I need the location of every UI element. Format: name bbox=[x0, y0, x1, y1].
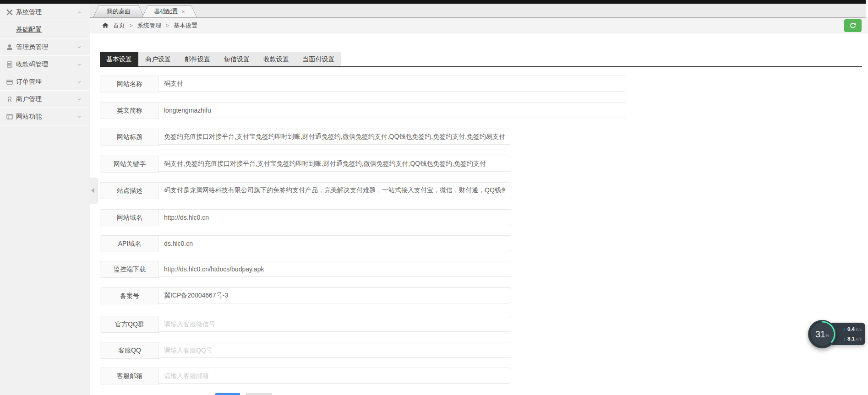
breadcrumb: 首页 > 系统管理 > 基本设置 bbox=[102, 22, 197, 30]
chevron-down-icon bbox=[76, 62, 82, 67]
website-icon bbox=[6, 113, 13, 120]
download-arrow-icon: ↓ bbox=[843, 336, 846, 341]
window-tab-bar: 我的桌面 基础配置 × bbox=[90, 4, 866, 18]
tab-basic-settings[interactable]: 基本设置 bbox=[100, 52, 138, 66]
chevron-down-icon bbox=[76, 97, 82, 102]
chevron-down-icon bbox=[76, 114, 82, 119]
english-name-input[interactable] bbox=[158, 102, 625, 118]
sidebar-item-label: 网站功能 bbox=[16, 113, 42, 121]
sidebar-item-website-functions[interactable]: 网站功能 bbox=[0, 108, 90, 125]
tab-label: 基本设置 bbox=[106, 55, 132, 63]
tab-label: 当面付设置 bbox=[303, 55, 335, 63]
field-label: 网站域名 bbox=[100, 209, 159, 226]
site-domain-input[interactable] bbox=[158, 209, 511, 225]
site-name-input[interactable] bbox=[158, 76, 625, 92]
tab-label: 短信设置 bbox=[224, 55, 250, 63]
field-label: 英文简称 bbox=[100, 102, 159, 119]
download-speed-value: 8.1 bbox=[847, 336, 855, 341]
merchant-icon bbox=[6, 96, 13, 103]
service-email-input[interactable] bbox=[158, 368, 511, 384]
gauge-percent-value: 31 bbox=[815, 329, 825, 340]
close-icon[interactable]: × bbox=[181, 9, 185, 15]
api-domain-input[interactable] bbox=[158, 235, 511, 251]
refresh-button[interactable] bbox=[844, 19, 862, 32]
sidebar-item-label: 收款码管理 bbox=[16, 60, 48, 69]
icp-number-input[interactable] bbox=[158, 287, 511, 303]
settings-tab-strip: 基本设置 商户设置 邮件设置 短信设置 收款设置 当面付设置 bbox=[100, 52, 862, 67]
sidebar-item-admin-management[interactable]: 管理员管理 bbox=[0, 38, 90, 56]
field-label: 官方QQ群 bbox=[100, 316, 159, 333]
collapse-left-arrow-icon bbox=[91, 188, 94, 193]
upload-arrow-icon: ↑ bbox=[843, 327, 846, 332]
reset-button-partial[interactable] bbox=[246, 393, 272, 395]
sidebar-collapse-handle[interactable] bbox=[89, 178, 98, 204]
breadcrumb-separator: > bbox=[130, 22, 133, 29]
upload-speed-value: 0.4 bbox=[847, 326, 855, 332]
field-label: API域名 bbox=[100, 235, 159, 252]
home-icon bbox=[102, 22, 109, 28]
tab-email-settings[interactable]: 邮件设置 bbox=[178, 52, 217, 66]
field-label: 网站标题 bbox=[100, 129, 159, 146]
progress-gauge[interactable]: 31 % bbox=[808, 320, 836, 348]
breadcrumb-separator: > bbox=[166, 22, 169, 29]
chevron-down-icon bbox=[76, 79, 82, 85]
official-qq-group-input[interactable] bbox=[158, 316, 511, 332]
window-tab-label: 我的桌面 bbox=[107, 7, 131, 16]
tab-merchant-settings[interactable]: 商户设置 bbox=[138, 52, 178, 66]
breadcrumb-page: 基本设置 bbox=[174, 22, 197, 30]
breadcrumb-section[interactable]: 系统管理 bbox=[137, 22, 161, 30]
field-label: 备案号 bbox=[100, 287, 159, 304]
top-black-bar bbox=[0, 0, 866, 4]
sidebar-subitem-label: 基础配置 bbox=[16, 26, 42, 34]
tab-label: 邮件设置 bbox=[185, 55, 210, 63]
credit-card-icon bbox=[6, 78, 13, 86]
tab-f2f-payment-settings[interactable]: 当面付设置 bbox=[296, 52, 341, 66]
sidebar-item-merchant-management[interactable]: 商户管理 bbox=[0, 91, 90, 108]
sidebar-item-system-management[interactable]: 系统管理 bbox=[0, 4, 90, 21]
site-title-input[interactable] bbox=[158, 129, 511, 145]
submit-button-partial[interactable] bbox=[215, 393, 240, 395]
sidebar-item-label: 订单管理 bbox=[16, 78, 42, 86]
service-qq-input[interactable] bbox=[158, 342, 511, 358]
refresh-icon bbox=[849, 22, 857, 29]
qrcode-list-icon bbox=[6, 61, 13, 68]
sidebar-item-label: 系统管理 bbox=[16, 8, 42, 16]
download-speed-unit: K/s bbox=[856, 337, 862, 341]
field-label: 网站关键字 bbox=[100, 156, 159, 173]
chevron-down-icon bbox=[76, 44, 82, 50]
gauge-percent-symbol: % bbox=[825, 333, 829, 338]
admin-console-screen: 系统管理 基础配置 管理员管理 收款码管理 bbox=[0, 0, 868, 395]
tab-label: 收款设置 bbox=[263, 55, 289, 63]
sidebar-item-order-management[interactable]: 订单管理 bbox=[0, 73, 90, 91]
chevron-up-icon bbox=[76, 10, 82, 15]
site-keywords-input[interactable] bbox=[158, 156, 511, 172]
breadcrumb-home-link[interactable]: 首页 bbox=[113, 22, 125, 30]
field-label: 网站名称 bbox=[100, 76, 159, 92]
sidebar-item-label: 商户管理 bbox=[16, 95, 42, 103]
window-tab-my-desktop[interactable]: 我的桌面 bbox=[93, 5, 144, 17]
breadcrumb-bar: 首页 > 系统管理 > 基本设置 bbox=[90, 18, 868, 33]
field-label: 监控端下载 bbox=[100, 261, 159, 278]
field-label: 站点描述 bbox=[100, 182, 159, 199]
monitor-download-input[interactable] bbox=[158, 261, 511, 277]
gauge-percent: 31 % bbox=[808, 320, 836, 348]
upload-speed-unit: K/s bbox=[856, 327, 862, 332]
field-label: 客服QQ bbox=[100, 342, 159, 359]
field-label: 客服邮箱 bbox=[100, 368, 159, 384]
sidebar-item-label: 管理员管理 bbox=[16, 43, 48, 51]
window-tab-basic-config[interactable]: 基础配置 × bbox=[142, 5, 197, 17]
sidebar: 系统管理 基础配置 管理员管理 收款码管理 bbox=[0, 4, 90, 395]
tab-sms-settings[interactable]: 短信设置 bbox=[217, 52, 257, 66]
user-icon bbox=[6, 43, 13, 51]
sidebar-item-basic-config[interactable]: 基础配置 bbox=[0, 21, 90, 38]
site-description-input[interactable] bbox=[158, 182, 511, 198]
tab-collection-settings[interactable]: 收款设置 bbox=[257, 52, 296, 66]
tab-label: 商户设置 bbox=[145, 55, 171, 63]
wrench-icon bbox=[6, 9, 13, 16]
window-tab-label: 基础配置 bbox=[154, 7, 178, 16]
sidebar-item-payment-code-management[interactable]: 收款码管理 bbox=[0, 56, 90, 73]
